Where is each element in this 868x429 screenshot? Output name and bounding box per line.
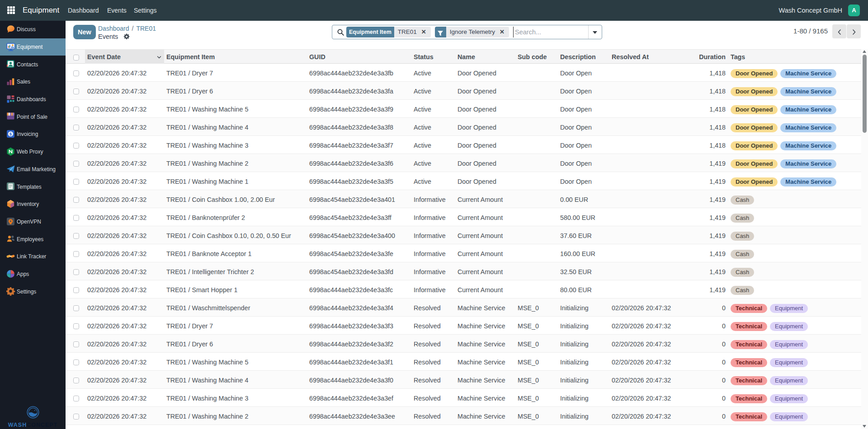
svg-text:$: $ <box>9 131 12 136</box>
